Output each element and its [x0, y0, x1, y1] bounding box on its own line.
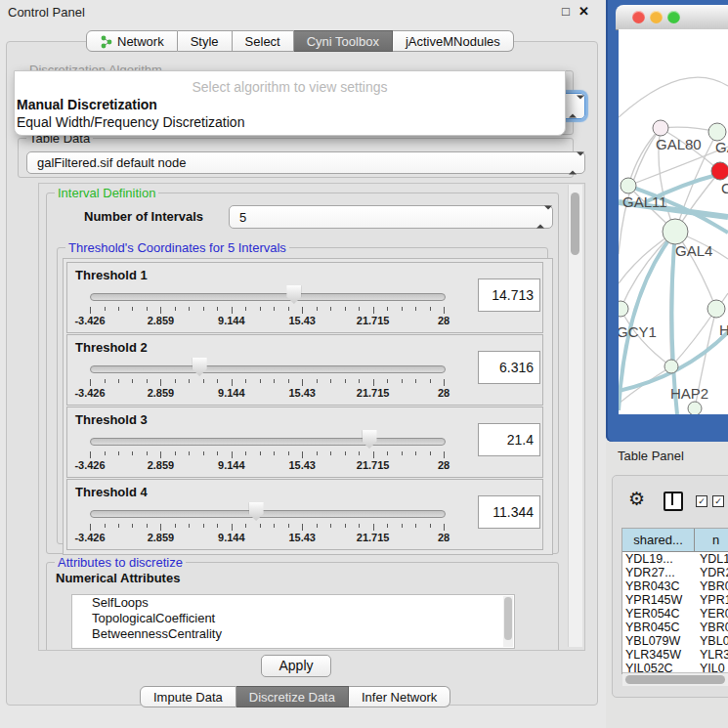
network-edge[interactable] — [619, 77, 728, 117]
slider-tick — [217, 379, 218, 383]
tab-jactivemnodules[interactable]: jActiveMNodules — [393, 30, 514, 52]
tab-network[interactable]: Network — [86, 30, 178, 52]
network-node-h[interactable] — [707, 300, 725, 318]
network-canvas[interactable]: GAL80GACGAL11GAL4GCY1HHAP2 — [619, 29, 728, 414]
network-node-hap2[interactable] — [664, 360, 678, 373]
slider-tick — [203, 379, 204, 383]
slider-tick — [160, 307, 161, 314]
slider-handle[interactable] — [286, 285, 301, 304]
settings-scrollbar[interactable] — [568, 185, 582, 647]
slider-track[interactable] — [90, 365, 446, 373]
table-column-header[interactable]: n — [695, 529, 728, 551]
slider-tick — [232, 379, 233, 386]
slider-handle[interactable] — [249, 502, 264, 521]
node-attribute-table[interactable]: shared...n YDL19...YDL1YDR27...YDR2YBR04… — [621, 528, 728, 674]
slider-tick — [288, 524, 289, 528]
table-cell: YLR345W — [622, 648, 698, 662]
node-label: HAP2 — [670, 385, 708, 402]
threshold-value-field[interactable]: 14.713 — [478, 278, 540, 312]
table-row[interactable]: YLR345WYLR3 — [622, 648, 728, 662]
table-cell: YBR0 — [698, 621, 728, 634]
table-row[interactable]: YBR045CYBR0 — [622, 621, 728, 634]
network-graph[interactable]: GAL80GACGAL11GAL4GCY1HHAP2 — [619, 29, 728, 414]
tab-select[interactable]: Select — [233, 30, 294, 52]
float-panel-icon[interactable]: □ — [562, 4, 570, 19]
attributes-group: Attributes to discretize Numerical Attri… — [46, 562, 559, 651]
table-row[interactable]: YER054CYER0 — [622, 607, 728, 621]
slider-tick — [274, 451, 275, 455]
threshold-value-field[interactable]: 11.344 — [478, 495, 540, 529]
threshold-label: Threshold 4 — [75, 485, 148, 499]
network-node-gal11[interactable] — [621, 178, 636, 193]
tab-impute-data[interactable]: Impute Data — [140, 686, 236, 707]
zoom-window-icon[interactable] — [667, 11, 680, 23]
threshold-value-field[interactable]: 21.4 — [478, 423, 540, 456]
network-node-c[interactable] — [711, 162, 728, 180]
table-data-combo[interactable]: galFiltered.sif default node — [26, 151, 585, 174]
slider-tick-label: 15.43 — [288, 459, 316, 471]
attribute-item-topologicalcoefficient[interactable]: TopologicalCoefficient — [72, 611, 514, 626]
threshold-value-field[interactable]: 6.316 — [478, 351, 540, 384]
split-columns-icon[interactable] — [664, 492, 683, 511]
table-hscrollbar[interactable] — [622, 672, 728, 686]
table-row[interactable]: YBR043CYBR0 — [622, 579, 728, 593]
slider-handle[interactable] — [363, 430, 377, 449]
slider-handle[interactable] — [193, 358, 207, 376]
tab-discretize-data[interactable]: Discretize Data — [236, 686, 349, 707]
slider-tick — [387, 524, 388, 528]
slider-tick — [147, 307, 148, 311]
tab-label: Infer Network — [362, 690, 437, 705]
close-panel-icon[interactable]: ✕ — [578, 4, 589, 19]
slider-tick — [105, 379, 106, 383]
table-row[interactable]: YDR27...YDR2 — [622, 566, 728, 579]
slider-tick-label: 28 — [438, 315, 450, 326]
network-node-gcy1[interactable] — [619, 301, 628, 317]
attribute-list[interactable]: SelfLoopsTopologicalCoefficientBetweenne… — [71, 594, 515, 649]
slider-track[interactable] — [90, 438, 446, 446]
tab-cyni-toolbox[interactable]: Cyni Toolbox — [294, 30, 393, 52]
slider-tick-label: 28 — [438, 387, 450, 399]
close-window-icon[interactable] — [632, 11, 645, 23]
checkbox-icon[interactable]: ✓ — [696, 495, 707, 507]
minimize-window-icon[interactable] — [650, 11, 663, 23]
slider-tick — [444, 379, 445, 386]
slider-tick — [302, 307, 303, 314]
tab-style[interactable]: Style — [178, 30, 233, 52]
table-row[interactable]: YBL079WYBL0 — [622, 634, 728, 648]
table-row[interactable]: YPR145WYPR1 — [622, 593, 728, 607]
slider-tick — [147, 524, 148, 528]
slider-tick — [245, 379, 246, 383]
table-row[interactable]: YDL19...YDL1 — [622, 552, 728, 566]
slider-tick — [105, 307, 106, 311]
slider-tick — [302, 379, 303, 386]
slider-track[interactable] — [90, 510, 446, 518]
network-window-titlebar[interactable] — [616, 5, 728, 30]
network-node-gal4[interactable] — [663, 219, 688, 244]
network-node-gal80[interactable] — [653, 120, 668, 136]
slider-tick-label: 21.715 — [357, 532, 390, 543]
gear-icon[interactable]: ⚙ — [628, 488, 645, 510]
popup-option-equal-width-frequency-discretization[interactable]: Equal Width/Frequency Discretization — [17, 114, 244, 130]
table-hscrollbar-thumb[interactable] — [625, 675, 725, 684]
apply-button[interactable]: Apply — [261, 655, 331, 677]
node-label: GAL11 — [622, 193, 667, 210]
slider-tick-label: 2.859 — [148, 387, 175, 399]
num-intervals-combo[interactable]: 5 — [229, 205, 553, 229]
slider-tick — [430, 451, 431, 455]
scrollbar-thumb[interactable] — [571, 193, 579, 255]
slider-tick — [90, 524, 91, 531]
checkbox-icon[interactable]: ✓ — [712, 495, 724, 507]
slider-tick — [430, 307, 431, 311]
attribute-item-betweennesscentrality[interactable]: BetweennessCentrality — [72, 626, 514, 642]
attribute-item-selfloops[interactable]: SelfLoops — [72, 595, 514, 611]
table-column-header[interactable]: shared... — [622, 529, 695, 551]
table-panel-title: Table Panel — [618, 449, 684, 463]
slider-tick — [105, 524, 106, 528]
popup-option-manual-discretization[interactable]: Manual Discretization — [17, 97, 157, 112]
slider-tick — [430, 524, 431, 528]
network-node[interactable] — [688, 402, 702, 414]
slider-track[interactable] — [90, 293, 446, 301]
attribute-list-scrollbar[interactable] — [503, 596, 513, 647]
tab-infer-network[interactable]: Infer Network — [349, 686, 450, 707]
slider-tick — [118, 524, 119, 528]
